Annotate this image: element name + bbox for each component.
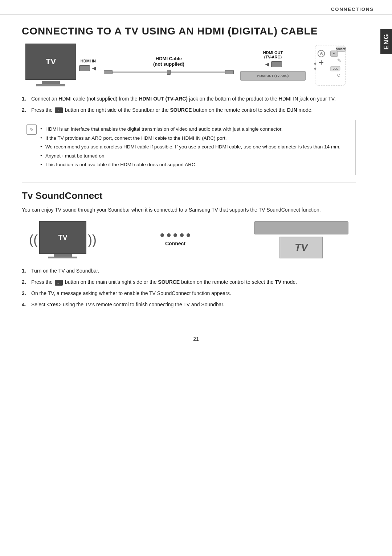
soundconnect-instructions: 1. Turn on the TV and Soundbar. 2. Press…	[22, 267, 356, 308]
dot-2	[167, 233, 171, 237]
sc-text-2: Press the button on the main unit's righ…	[31, 278, 297, 286]
sc-instruction-3: 3. On the TV, a message asking whether t…	[22, 290, 356, 297]
svg-text:⏻: ⏻	[320, 52, 323, 56]
note-icon: ✎	[26, 124, 37, 135]
note-item-3: We recommend you use a coreless HDMI cab…	[40, 143, 349, 151]
tv-box-soundconnect: TV	[39, 221, 86, 254]
note-item-5: This function is not available if the HD…	[40, 161, 349, 169]
sc-text-4: Select <Yes> using the TV's remote contr…	[31, 301, 224, 308]
svg-text:+: +	[319, 57, 324, 67]
svg-text:SOURCE: SOURCE	[336, 48, 346, 50]
dot-1	[160, 233, 164, 237]
soundbar-device-long	[254, 221, 348, 234]
svg-point-9	[314, 68, 317, 70]
sc-num-2: 2.	[22, 278, 28, 286]
hdmi-section-title: CONNECTING TO A TV USING AN HDMI (DIGITA…	[22, 25, 356, 37]
hdmi-cable-label: HDMI Cable	[156, 56, 182, 61]
sc-instruction-1: 1. Turn on the TV and Soundbar.	[22, 267, 356, 275]
svg-text:↵: ↵	[333, 52, 336, 55]
tv-wireless-area: (( TV ))	[29, 221, 97, 258]
hdmi-out-label: HDMI OUT (TV-ARC)	[263, 50, 283, 59]
sc-text-3: On the TV, a message asking whether to e…	[31, 290, 231, 297]
source-button-icon-inline-2	[55, 280, 63, 286]
svg-text:✎: ✎	[337, 58, 341, 63]
soundconnect-description: You can enjoy TV sound through your Soun…	[22, 206, 356, 214]
not-supplied-label: (not supplied)	[153, 61, 184, 67]
connections-header: CONNECTIONS	[0, 0, 392, 15]
hdmi-instruction-2: 2. Press the button on the right side of…	[22, 106, 356, 114]
dot-5	[187, 233, 190, 237]
hdmi-cable-area: HDMI Cable (not supplied)	[100, 56, 237, 75]
instruction-num-2: 2.	[22, 106, 28, 114]
section-divider	[22, 183, 356, 183]
note-item-2: If the TV provides an ARC port, connect …	[40, 134, 349, 142]
note-item-4: Anynet+ must be turned on.	[40, 152, 349, 160]
sc-num-1: 1.	[22, 267, 28, 275]
soundconnect-diagram: (( TV )) Connect TV	[22, 221, 356, 258]
note-list: HDMI is an interface that enables the di…	[40, 125, 349, 169]
svg-point-8	[314, 63, 317, 65]
remote-control-diagram: SOURCE ⏻ ↵ + VOL ✎ ↺	[309, 44, 352, 87]
hdmi-instructions: 1. Connect an HDMI cable (not supplied) …	[22, 95, 356, 114]
sc-text-1: Turn on the TV and Soundbar.	[31, 267, 99, 275]
instruction-1-text: Connect an HDMI cable (not supplied) fro…	[31, 95, 336, 103]
soundconnect-title: Tv SoundConnect	[22, 190, 356, 201]
sc-instruction-2: 2. Press the button on the main unit's r…	[22, 278, 356, 286]
source-button-icon-inline	[55, 107, 63, 113]
wave-right-icon: ))	[88, 232, 97, 248]
hdmi-diagram: TV HDMI IN ◄ HDMI Cable (not supplied)	[22, 44, 356, 87]
dot-3	[173, 233, 177, 237]
sc-num-3: 3.	[22, 290, 28, 297]
dot-4	[180, 233, 184, 237]
tv-label: TV	[46, 57, 56, 66]
tv-sc-label: TV	[58, 233, 68, 242]
note-item-1: HDMI is an interface that enables the di…	[40, 125, 349, 133]
sc-num-4: 4.	[22, 301, 28, 308]
hdmi-out-port-label: HDMI OUT (TV-ARC)	[257, 74, 289, 78]
connect-label: Connect	[165, 241, 185, 246]
note-box: ✎ HDMI is an interface that enables the …	[22, 120, 356, 175]
hdmi-in-label: HDMI IN	[81, 59, 96, 63]
page-number: 21	[0, 329, 392, 349]
svg-text:VOL: VOL	[332, 67, 338, 70]
eng-language-tab: ENG	[380, 29, 392, 54]
instruction-num-1: 1.	[22, 95, 28, 103]
wave-left-icon: ((	[29, 232, 38, 248]
tv-device-box: TV	[25, 44, 76, 80]
tv-display-screen: TV	[279, 237, 323, 258]
soundbar-right-area: TV	[254, 221, 348, 258]
hdmi-instruction-1: 1. Connect an HDMI cable (not supplied) …	[22, 95, 356, 103]
sc-instruction-4: 4. Select <Yes> using the TV's remote co…	[22, 301, 356, 308]
svg-text:↺: ↺	[337, 73, 341, 78]
instruction-2-text: Press the button on the right side of th…	[31, 106, 313, 114]
